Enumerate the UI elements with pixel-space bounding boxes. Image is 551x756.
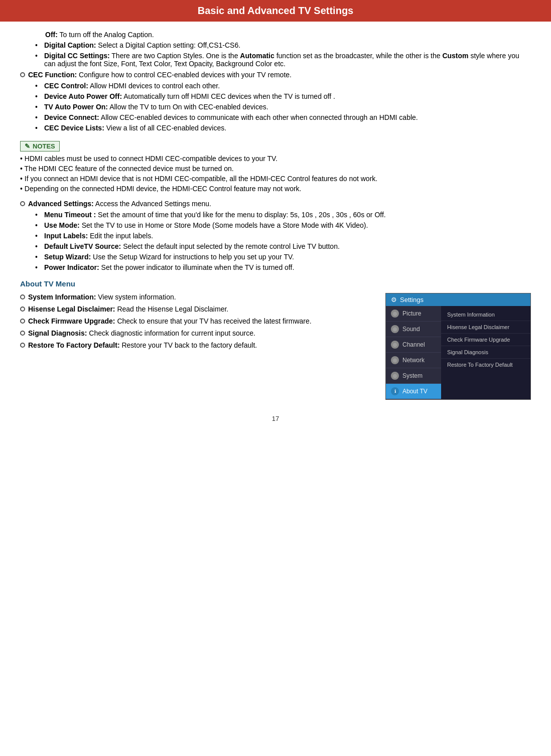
bullet-icon-2: • [35, 52, 42, 68]
circle-bullet-advanced [20, 201, 25, 206]
advanced-item-4: • Setup Wizard: Use the Setup Wizard for… [35, 253, 531, 261]
note-item-0: • HDMI cables must be used to connect HD… [20, 155, 531, 163]
adv-item-label-5: Power Indicator: [44, 263, 99, 271]
cec-item-text-2: Allow the TV to turn On with CEC-enabled… [108, 103, 268, 111]
circle-bullet-0 [20, 294, 25, 299]
tv-right-item-1[interactable]: Hisense Legal Disclaimer [441, 321, 530, 334]
adv-item-text-2: Edit the input labels. [88, 232, 153, 240]
off-line: Off: To turn off the Analog Caption. [45, 31, 531, 39]
tv-settings-widget: ⚙ Settings ◎ Picture ◎ Sound ◎ Channel [385, 293, 531, 400]
advanced-item-0: • Menu Timeout : Set the amount of time … [35, 211, 531, 219]
about-tv-item-1: Hisense Legal Disclaimer: Read the Hisen… [20, 305, 375, 313]
gear-icon: ⚙ [391, 296, 397, 304]
advanced-item-3: • Default LiveTV Source: Select the defa… [35, 242, 531, 250]
cec-item-label-1: Device Auto Power Off: [44, 92, 122, 100]
digital-cc-bold2: Custom [442, 52, 468, 60]
note-item-2: • If you connect an HDMI device that is … [20, 175, 531, 183]
about-tv-item-text-3: Check diagnostic information for current… [87, 329, 255, 337]
top-section: Off: To turn off the Analog Caption. • D… [20, 31, 531, 68]
sound-icon: ◎ [391, 325, 399, 333]
advanced-text: Access the Advanced Settings menu. [94, 200, 211, 208]
digital-caption-item: • Digital Caption: Select a Digital Capt… [35, 41, 531, 49]
tv-left-label-picture: Picture [402, 310, 421, 317]
cec-item-label-3: Device Connect: [44, 113, 99, 121]
about-tv-item-label-4: Restore To Factory Default: [28, 341, 120, 349]
tv-left-label-about: About TV [402, 388, 428, 395]
note-item-1: • The HDMI CEC feature of the connected … [20, 165, 531, 173]
digital-caption-text: Select a Digital Caption setting: Off,CS… [96, 41, 240, 49]
tv-right-item-0[interactable]: System Information [441, 309, 530, 321]
advanced-label: Advanced Settings: [28, 200, 94, 208]
about-tv-section: System Information: View system informat… [20, 293, 531, 400]
adv-item-label-4: Setup Wizard: [44, 253, 91, 261]
circle-bullet-4 [20, 343, 25, 348]
tv-left-item-network[interactable]: ◎ Network [386, 353, 441, 368]
about-tv-heading: About TV Menu [20, 279, 531, 288]
notes-items: • HDMI cables must be used to connect HD… [20, 155, 531, 193]
digital-cc-bold1: Automatic [240, 52, 274, 60]
adv-item-text-0: Set the amount of time that you'd like f… [96, 211, 386, 219]
about-tv-item-text-0: View system information. [96, 293, 176, 301]
digital-cc-text2: function set as the broadcaster, while t… [274, 52, 443, 60]
cec-item-1: • Device Auto Power Off: Automatically t… [35, 92, 531, 100]
tv-left-item-channel[interactable]: ◎ Channel [386, 337, 441, 353]
system-icon: ◎ [391, 372, 399, 380]
about-tv-item-2: Check Firmware Upgrade: Check to ensure … [20, 317, 375, 325]
network-icon: ◎ [391, 356, 399, 364]
tv-left-item-system[interactable]: ◎ System [386, 368, 441, 384]
notes-heading: NOTES [33, 142, 55, 150]
advanced-section: Advanced Settings: Access the Advanced S… [20, 200, 531, 271]
digital-caption-label: Digital Caption: [44, 41, 96, 49]
about-tv-item-label-2: Check Firmware Upgrade: [28, 317, 115, 325]
cec-item-text-0: Allow HDMI devices to control each other… [88, 82, 220, 90]
tv-right-label-1: Hisense Legal Disclaimer [447, 324, 509, 330]
digital-cc-item: • Digital CC Settings: There are two Cap… [35, 52, 531, 68]
about-tv-text-col: System Information: View system informat… [20, 293, 375, 400]
page-number-text: 17 [272, 415, 279, 422]
circle-bullet-cec [20, 72, 25, 77]
about-tv-item-3: Signal Diagnosis: Check diagnostic infor… [20, 329, 375, 337]
tv-right-label-0: System Information [447, 312, 495, 318]
adv-item-text-3: Select the default input selected by the… [121, 242, 340, 250]
tv-widget-title: Settings [400, 296, 424, 304]
about-tv-item-label-1: Hisense Legal Disclaimer: [28, 305, 115, 313]
about-tv-item-4: Restore To Factory Default: Restore your… [20, 341, 375, 349]
tv-right-item-4[interactable]: Restore To Factory Default [441, 359, 530, 371]
about-tv-item-label-3: Signal Diagnosis: [28, 329, 87, 337]
about-tv-item-text-2: Check to ensure that your TV has receive… [115, 317, 312, 325]
about-tv-item-label-0: System Information: [28, 293, 96, 301]
tv-left-label-sound: Sound [402, 326, 420, 333]
tv-left-label-network: Network [402, 357, 425, 364]
page-number: 17 [20, 415, 531, 422]
tv-menu-left: ◎ Picture ◎ Sound ◎ Channel ◎ Network [386, 306, 441, 399]
advanced-items: • Menu Timeout : Set the amount of time … [35, 211, 531, 271]
tv-left-item-about[interactable]: ℹ About TV [386, 384, 441, 399]
channel-icon: ◎ [391, 341, 399, 349]
cec-items: • CEC Control: Allow HDMI devices to con… [35, 82, 531, 132]
bullet-icon: • [35, 41, 42, 49]
adv-item-text-5: Set the power indicator to illuminate wh… [99, 263, 295, 271]
tv-right-item-3[interactable]: Signal Diagnosis [441, 346, 530, 359]
advanced-item-5: • Power Indicator: Set the power indicat… [35, 263, 531, 271]
tv-left-item-sound[interactable]: ◎ Sound [386, 322, 441, 337]
cec-item-3: • Device Connect: Allow CEC-enabled devi… [35, 113, 531, 121]
tv-left-label-channel: Channel [402, 341, 425, 348]
tv-menu-header: ⚙ Settings [386, 293, 530, 306]
cec-item-text-3: Allow CEC-enabled devices to communicate… [99, 113, 418, 121]
adv-item-text-1: Set the TV to use in Home or Store Mode … [80, 221, 368, 229]
circle-bullet-3 [20, 331, 25, 336]
tv-right-item-2[interactable]: Check Firmware Upgrade [441, 334, 530, 346]
tv-menu-body: ◎ Picture ◎ Sound ◎ Channel ◎ Network [386, 306, 530, 399]
circle-bullet-2 [20, 319, 25, 324]
about-tv-item-text-4: Restore your TV back to the factory defa… [120, 341, 257, 349]
tv-right-label-3: Signal Diagnosis [447, 349, 488, 355]
cec-item-label-0: CEC Control: [44, 82, 88, 90]
tv-left-item-picture[interactable]: ◎ Picture [386, 306, 441, 322]
adv-item-label-1: Use Mode: [44, 221, 80, 229]
cec-item-text-1: Automatically turn off HDMI CEC devices … [122, 92, 335, 100]
digital-cc-text1: There are two Caption Styles. One is the [110, 52, 240, 60]
off-text: To turn off the Analog Caption. [58, 31, 154, 39]
page-title: Basic and Advanced TV Settings [198, 5, 353, 16]
adv-item-label-3: Default LiveTV Source: [44, 242, 121, 250]
tv-right-label-2: Check Firmware Upgrade [447, 337, 510, 343]
